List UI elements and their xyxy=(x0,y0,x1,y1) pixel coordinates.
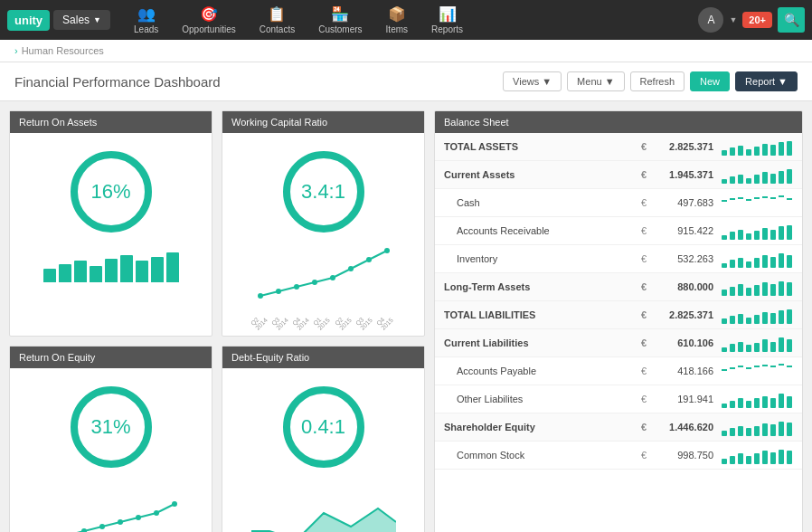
svg-rect-59 xyxy=(770,257,776,268)
return-on-equity-value: 31% xyxy=(71,386,152,468)
bs-row-label: Other Liabilites xyxy=(444,394,641,404)
sparkline xyxy=(721,138,793,156)
bs-row-label: Cash xyxy=(444,197,641,208)
logo[interactable]: unity xyxy=(7,10,50,31)
bar-5 xyxy=(120,255,133,282)
svg-rect-104 xyxy=(770,398,776,408)
svg-rect-79 xyxy=(787,309,792,324)
svg-rect-48 xyxy=(754,231,760,240)
working-capital-value: 3.4:1 xyxy=(283,151,364,233)
nav-item-contacts[interactable]: 📋Contacts xyxy=(249,2,306,38)
nav-item-reports[interactable]: 📊Reports xyxy=(420,2,474,38)
svg-rect-38 xyxy=(746,199,751,201)
bs-row-currency: € xyxy=(641,253,647,264)
sparkline xyxy=(721,390,793,408)
svg-rect-55 xyxy=(738,258,743,268)
bs-row-value: 497.683 xyxy=(650,197,713,208)
debt-equity-panel: Debt-Equity Ratio 0.4:1 xyxy=(222,346,425,532)
svg-rect-17 xyxy=(722,150,727,156)
svg-rect-107 xyxy=(722,431,727,436)
debt-equity-value: 0.4:1 xyxy=(283,386,364,468)
balance-sheet-row-6: TOTAL LIABILITIES€2.825.371 xyxy=(435,301,802,329)
svg-rect-90 xyxy=(730,367,735,369)
nav-item-leads[interactable]: 👥Leads xyxy=(123,2,169,38)
report-button[interactable]: Report ▼ xyxy=(735,71,798,91)
return-on-equity-line-chart xyxy=(39,477,184,532)
sparkline xyxy=(721,194,793,212)
svg-rect-91 xyxy=(738,366,743,367)
svg-rect-96 xyxy=(779,364,784,366)
bs-row-currency: € xyxy=(641,281,647,292)
new-button[interactable]: New xyxy=(690,71,730,91)
bs-row-currency: € xyxy=(641,394,647,404)
bs-row-currency: € xyxy=(641,309,647,320)
balance-sheet-row-11: Common Stock€998.750 xyxy=(435,442,802,470)
nav-item-items[interactable]: 📦Items xyxy=(375,2,419,38)
chevron-down-icon-views: ▼ xyxy=(542,76,552,87)
return-on-equity-chart: 31% xyxy=(10,368,212,532)
balance-sheet-row-0: TOTAL ASSETS€2.825.371 xyxy=(435,133,802,161)
header-actions: Views ▼ Menu ▼ Refresh New Report ▼ xyxy=(503,71,798,91)
svg-rect-33 xyxy=(779,171,784,184)
avatar[interactable]: A xyxy=(698,7,723,33)
svg-rect-32 xyxy=(770,174,776,184)
svg-rect-108 xyxy=(730,428,735,436)
svg-point-12 xyxy=(118,519,123,525)
search-button[interactable]: 🔍 xyxy=(778,7,805,33)
debt-equity-header: Debt-Equity Ratio xyxy=(222,347,424,368)
svg-point-14 xyxy=(154,510,159,516)
svg-rect-97 xyxy=(787,366,792,367)
bs-row-value: 1.945.371 xyxy=(650,169,713,180)
bs-row-label: Accounts Payable xyxy=(444,366,641,376)
notification-badge[interactable]: 20+ xyxy=(742,12,772,28)
nav-item-label: Opportunities xyxy=(182,24,235,34)
nav-item-opportunities[interactable]: 🎯Opportunities xyxy=(171,2,246,38)
leads-icon: 👥 xyxy=(137,5,156,23)
bar-1 xyxy=(59,264,71,282)
nav-item-label: Leads xyxy=(134,24,158,34)
svg-rect-105 xyxy=(779,394,784,408)
bs-row-currency: € xyxy=(641,366,647,376)
page-header: Financial Performance Dashboard Views ▼ … xyxy=(0,62,812,101)
bs-row-value: 915.422 xyxy=(650,225,713,236)
svg-rect-23 xyxy=(770,145,776,156)
page-title: Financial Performance Dashboard xyxy=(14,74,221,90)
balance-sheet-header: Balance Sheet xyxy=(435,111,802,133)
svg-rect-30 xyxy=(754,175,760,184)
svg-rect-62 xyxy=(722,290,727,296)
nav-item-customers[interactable]: 🏪Customers xyxy=(307,2,373,38)
svg-point-10 xyxy=(81,528,87,532)
bs-row-value: 1.446.620 xyxy=(650,422,713,432)
bs-row-value: 418.166 xyxy=(650,366,713,376)
svg-rect-51 xyxy=(779,226,784,240)
svg-rect-58 xyxy=(762,255,768,268)
svg-rect-44 xyxy=(722,235,727,240)
refresh-button[interactable]: Refresh xyxy=(630,71,685,91)
svg-rect-57 xyxy=(754,258,760,268)
nav-items: 👥Leads🎯Opportunities📋Contacts🏪Customers📦… xyxy=(123,2,694,38)
bs-row-label: Accounts Receivable xyxy=(444,225,641,236)
svg-rect-67 xyxy=(762,282,768,296)
svg-rect-88 xyxy=(787,339,792,352)
working-capital-line-chart xyxy=(251,242,396,314)
menu-button[interactable]: Menu ▼ xyxy=(567,71,624,91)
balance-sheet-row-3: Accounts Receivable€915.422 xyxy=(435,217,802,245)
svg-rect-115 xyxy=(787,423,792,436)
views-button[interactable]: Views ▼ xyxy=(503,71,562,91)
svg-rect-45 xyxy=(730,232,735,240)
contacts-icon: 📋 xyxy=(268,5,286,23)
breadcrumb-link[interactable]: Human Resources xyxy=(22,45,104,56)
sparkline xyxy=(721,250,793,268)
sales-dropdown[interactable]: Sales ▼ xyxy=(53,10,110,30)
svg-rect-80 xyxy=(722,347,727,352)
left-panels: Return On Assets 16% Working Capital Rat… xyxy=(9,110,425,532)
svg-rect-94 xyxy=(762,365,768,366)
views-label: Views xyxy=(513,76,539,87)
bs-row-currency: € xyxy=(641,337,647,348)
balance-sheet-row-7: Current Liabilities€610.106 xyxy=(435,329,802,357)
return-on-equity-panel: Return On Equity 31% xyxy=(9,346,212,532)
bs-row-label: Shareholder Equity xyxy=(444,422,641,432)
bar-2 xyxy=(74,261,87,282)
balance-sheet-row-9: Other Liabilites€191.941 xyxy=(435,385,802,413)
svg-rect-70 xyxy=(787,282,792,296)
